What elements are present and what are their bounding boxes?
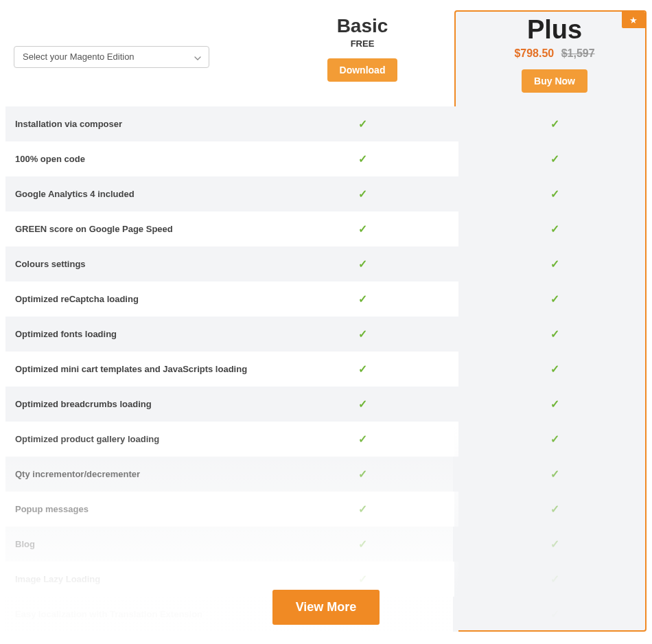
price-current: $798.50 [514, 47, 554, 59]
feature-plus-cell: ✓ [458, 527, 651, 562]
feature-basic-cell: ✓ [266, 387, 458, 422]
feature-basic-cell: ✓ [266, 106, 458, 141]
feature-label: Installation via composer [5, 106, 266, 141]
check-icon: ✓ [358, 468, 367, 481]
feature-plus-cell: ✓ [458, 352, 651, 387]
feature-row: 100% open code✓✓ [5, 141, 647, 176]
feature-basic-cell: ✓ [266, 317, 458, 352]
view-more-button[interactable]: View More [272, 590, 380, 625]
check-icon: ✓ [550, 468, 559, 481]
feature-row: Popup messages✓✓ [5, 492, 647, 527]
feature-basic-cell: ✓ [266, 281, 458, 317]
feature-label: Optimized product gallery loading [5, 422, 266, 457]
feature-row: Optimized fonts loading✓✓ [5, 317, 647, 352]
download-button[interactable]: Download [327, 58, 398, 82]
check-icon: ✓ [358, 117, 367, 130]
check-icon: ✓ [550, 327, 559, 341]
feature-label: Optimized reCaptcha loading [5, 281, 266, 317]
feature-basic-cell: ✓ [266, 141, 458, 176]
feature-row: GREEN score on Google Page Speed✓✓ [5, 211, 647, 246]
feature-basic-cell: ✓ [266, 246, 458, 281]
check-icon: ✓ [358, 327, 367, 341]
check-icon: ✓ [358, 187, 367, 200]
check-icon: ✓ [550, 222, 559, 235]
feature-basic-cell: ✓ [266, 457, 458, 492]
feature-basic-cell: ✓ [266, 176, 458, 211]
feature-label: Optimized breadcrumbs loading [5, 387, 266, 422]
feature-plus-cell: ✓ [458, 176, 651, 211]
feature-plus-cell: ✓ [458, 281, 651, 317]
feature-row: Optimized reCaptcha loading✓✓ [5, 281, 647, 317]
feature-basic-cell: ✓ [266, 422, 458, 457]
feature-label: 100% open code [5, 141, 266, 176]
price-old: $1,597 [561, 47, 595, 59]
plan-plus-title: Plus [458, 16, 651, 45]
feature-table: Installation via composer✓✓100% open cod… [5, 106, 647, 632]
feature-label: Optimized fonts loading [5, 317, 266, 352]
check-icon: ✓ [358, 573, 367, 586]
feature-row: Google Analytics 4 included✓✓ [5, 176, 647, 211]
feature-plus-cell: ✓ [458, 106, 651, 141]
feature-label: GREEN score on Google Page Speed [5, 211, 266, 246]
feature-row: Qty incrementor/decrementer✓✓ [5, 457, 647, 492]
check-icon: ✓ [358, 398, 367, 411]
feature-label: Qty incrementor/decrementer [5, 457, 266, 492]
feature-row: Optimized product gallery loading✓✓ [5, 422, 647, 457]
plan-basic-title: Basic [266, 16, 458, 37]
feature-plus-cell: ✓ [458, 141, 651, 176]
check-icon: ✓ [550, 398, 559, 411]
check-icon: ✓ [550, 538, 559, 551]
feature-plus-cell: ✓ [458, 492, 651, 527]
check-icon: ✓ [358, 152, 367, 165]
check-icon: ✓ [550, 187, 559, 200]
feature-label: Colours settings [5, 246, 266, 281]
check-icon: ✓ [358, 433, 367, 446]
feature-row: Optimized breadcrumbs loading✓✓ [5, 387, 647, 422]
check-icon: ✓ [550, 573, 559, 586]
feature-plus-cell: ✓ [458, 211, 651, 246]
feature-basic-cell: ✓ [266, 211, 458, 246]
check-icon: ✓ [358, 538, 367, 551]
feature-row: Optimized mini cart templates and JavaSc… [5, 352, 647, 387]
check-icon: ✓ [550, 503, 559, 516]
check-icon: ✓ [550, 257, 559, 271]
feature-row: Colours settings✓✓ [5, 246, 647, 281]
feature-label: Optimized mini cart templates and JavaSc… [5, 352, 266, 387]
check-icon: ✓ [358, 222, 367, 235]
check-icon: ✓ [550, 152, 559, 165]
check-icon: ✓ [358, 503, 367, 516]
check-icon: ✓ [550, 117, 559, 130]
check-icon: ✓ [358, 257, 367, 271]
check-icon: ✓ [358, 363, 367, 376]
feature-basic-cell: ✓ [266, 492, 458, 527]
feature-plus-cell: ✓ [458, 457, 651, 492]
feature-row: Blog✓✓ [5, 527, 647, 562]
check-icon: ✓ [550, 433, 559, 446]
plan-basic-subtitle: FREE [266, 38, 458, 49]
feature-row: Installation via composer✓✓ [5, 106, 647, 141]
feature-plus-cell: ✓ [458, 246, 651, 281]
check-icon: ✓ [358, 292, 367, 306]
check-icon: ✓ [550, 363, 559, 376]
feature-basic-cell: ✓ [266, 527, 458, 562]
feature-label: Popup messages [5, 492, 266, 527]
feature-plus-cell: ✓ [458, 422, 651, 457]
feature-label: Blog [5, 527, 266, 562]
plan-plus-price: $798.50 $1,597 [458, 47, 651, 60]
buy-now-button[interactable]: Buy Now [522, 69, 587, 93]
feature-plus-cell: ✓ [458, 387, 651, 422]
feature-label: Google Analytics 4 included [5, 176, 266, 211]
feature-basic-cell: ✓ [266, 352, 458, 387]
check-icon: ✓ [550, 292, 559, 306]
magento-edition-select[interactable]: Select your Magento Edition [14, 46, 209, 68]
feature-plus-cell: ✓ [458, 317, 651, 352]
